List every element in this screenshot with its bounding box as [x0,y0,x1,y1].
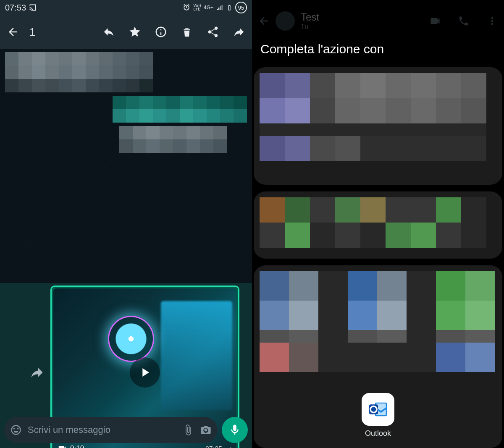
video-call-icon[interactable] [429,15,441,27]
attachment-button[interactable] [182,424,194,436]
outlook-icon [362,393,394,426]
share-target-label: Outlook [365,429,391,438]
share-sheet-screen: Test Tu Completa l'azione con [252,0,504,448]
share-sheet-title: Completa l'azione con [260,42,384,56]
message-input[interactable] [28,424,176,435]
chat-subtitle: Tu [301,23,319,31]
chat-avatar[interactable] [276,11,295,31]
message-blurred [5,52,247,92]
share-sheet[interactable]: Outlook [254,67,502,448]
reply-button[interactable] [102,26,115,38]
selection-action-bar: 1 [0,15,252,49]
chat-title[interactable]: Test [301,11,319,23]
voice-record-button[interactable] [222,417,248,443]
share-target-outlook[interactable]: Outlook [362,393,394,438]
check-icon [225,445,232,448]
star-button[interactable] [129,26,141,38]
message-blurred [5,126,227,153]
back-button[interactable] [7,26,19,38]
forward-inline-icon[interactable] [29,365,45,380]
alarm-icon [182,3,191,12]
network-indicator: 4G+ [204,5,213,10]
signal-icon [216,4,223,11]
whatsapp-header-dimmed: Test Tu [252,0,504,42]
forward-button[interactable] [233,26,245,38]
share-target-group[interactable] [254,67,502,185]
message-blurred [5,96,247,123]
delete-button[interactable] [181,26,193,38]
battery-percent: 95 [235,2,247,13]
selection-count: 1 [29,26,35,39]
camera-button[interactable] [200,424,212,436]
more-icon[interactable] [486,15,498,27]
android-status-bar: 07:53 Vo)) LTE 4G+ 95 [0,0,252,15]
share-button[interactable] [207,26,219,38]
volte-indicator: Vo)) LTE [193,4,201,11]
cast-icon [29,3,37,12]
battery-icon [226,3,233,12]
chat-background: 0:10 07:25 [0,49,252,448]
video-icon [58,444,67,448]
voice-call-icon[interactable] [458,15,470,27]
whatsapp-chat-screen: 07:53 Vo)) LTE 4G+ 95 1 [0,0,252,448]
share-target-group[interactable] [254,191,502,259]
back-icon[interactable] [258,15,270,27]
share-app-grid[interactable]: Outlook [254,265,502,448]
emoji-button[interactable] [10,424,22,436]
status-time: 07:53 [5,3,26,13]
message-timestamp: 07:25 [205,445,232,448]
play-button[interactable] [130,357,160,388]
composer-bar [4,417,248,443]
video-duration: 0:10 [58,444,84,448]
info-button[interactable] [155,26,167,38]
